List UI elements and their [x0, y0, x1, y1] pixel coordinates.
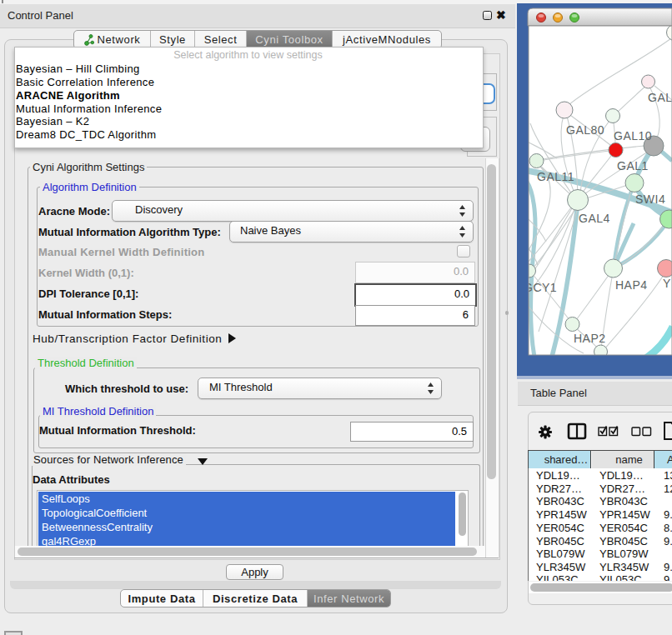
- svg-text:HAP2: HAP2: [574, 332, 606, 345]
- svg-text:HAP4: HAP4: [615, 278, 648, 292]
- svg-text:GAL4: GAL4: [579, 212, 610, 225]
- svg-text:GAL80: GAL80: [566, 123, 604, 137]
- svg-text:GAL7: GAL7: [648, 91, 672, 104]
- svg-text:GAL10: GAL10: [614, 129, 652, 142]
- svg-text:Y: Y: [663, 277, 671, 290]
- svg-text:SWI4: SWI4: [635, 192, 665, 206]
- svg-text:GAL1: GAL1: [617, 159, 649, 172]
- svg-text:GAL11: GAL11: [537, 170, 574, 183]
